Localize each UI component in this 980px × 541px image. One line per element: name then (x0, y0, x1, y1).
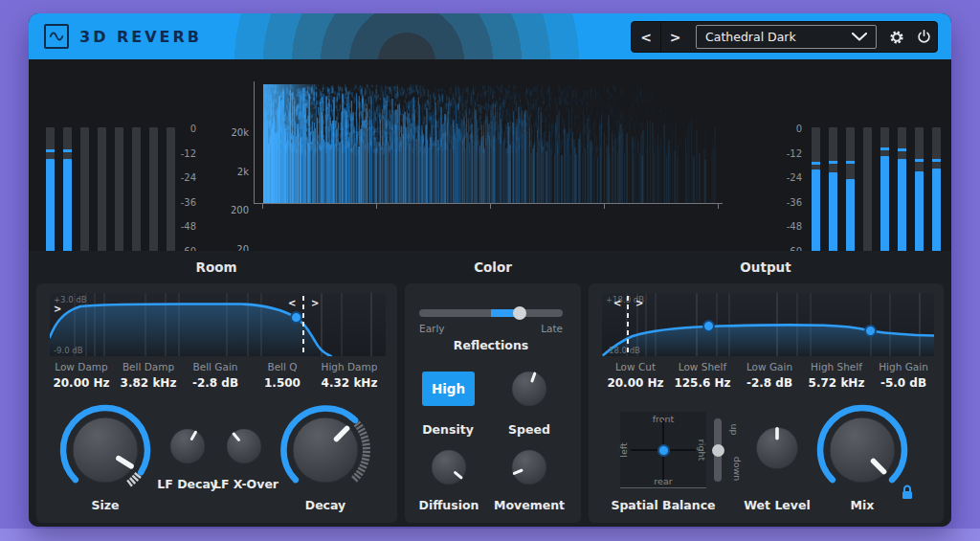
wet-level-label: Wet Level (744, 498, 811, 512)
x-axis-line (254, 203, 723, 204)
low-cut-cursor[interactable] (627, 296, 629, 356)
mix-label: Mix (851, 498, 875, 512)
cursor-right-arrow-icon[interactable]: > (311, 299, 319, 308)
freq-tick: 2k (172, 167, 249, 177)
param-name: High Gain (870, 361, 937, 372)
wet-level-knob[interactable] (754, 425, 800, 475)
reflections-slider-handle[interactable] (513, 306, 526, 320)
param-value[interactable]: -2.8 dB (736, 376, 803, 390)
param-value[interactable]: -5.0 dB (870, 376, 937, 390)
param-value[interactable]: 20.00 Hz (602, 376, 669, 390)
size-label: Size (91, 498, 119, 512)
param-value[interactable]: 3.82 kHz (115, 376, 182, 390)
param-value[interactable]: 125.6 Hz (669, 376, 736, 390)
output-meter-scale: 0-12-24-36-48-60 (778, 124, 802, 257)
preset-selector[interactable]: Cathedral Dark (696, 25, 877, 49)
room-eq-graph: +3.0 dB -9.0 dB > < > (50, 293, 386, 356)
density-high-button[interactable]: High (422, 372, 475, 406)
spatial-balance-handle[interactable] (657, 444, 670, 457)
size-knob[interactable] (57, 402, 153, 502)
mix-lock-icon[interactable] (901, 485, 914, 500)
low-shelf-node[interactable] (702, 320, 715, 332)
frequency-axis-labels: 20k 2k 200 20 (172, 127, 249, 255)
output-params: Low Cut20.00 Hz Low Shelf125.6 Hz Low Ga… (602, 361, 937, 390)
density-label: Density (422, 422, 474, 437)
param-name: High Damp (316, 361, 383, 372)
pad-left-label: left (618, 442, 629, 457)
reflections-min-label: Early (419, 323, 445, 334)
cursor-left-arrow-icon[interactable]: < (613, 299, 621, 308)
output-eq-curve (602, 293, 934, 356)
decay-knob[interactable] (278, 402, 373, 502)
param-value[interactable]: 20.00 Hz (48, 376, 115, 390)
x-tick (604, 204, 605, 209)
mix-knob[interactable] (814, 402, 910, 502)
meter-scale-tick: -48 (778, 221, 802, 232)
param-name: Bell Q (249, 361, 316, 372)
settings-button[interactable] (883, 22, 910, 52)
param-value[interactable]: 1.500 (249, 376, 316, 390)
preset-bar: < > Cathedral Dark (631, 21, 938, 53)
param-name: Low Cut (602, 361, 669, 372)
elevation-slider-handle[interactable] (712, 444, 724, 457)
header-bar: 3D REVERB < > Cathedral Dark (29, 13, 951, 59)
power-button[interactable] (910, 22, 937, 52)
chevron-down-icon (852, 33, 867, 41)
reflections-label: Reflections (454, 338, 528, 352)
spatial-balance-pad[interactable]: front rear left right (620, 412, 706, 488)
gear-icon (889, 30, 904, 45)
preset-name: Cathedral Dark (705, 30, 852, 44)
x-tick (718, 204, 719, 209)
reflections-slider[interactable] (419, 309, 563, 317)
spatial-balance-label: Spatial Balance (611, 498, 715, 512)
output-eq-graph: +18.0 dB -18.0 dB < > (602, 293, 934, 356)
speed-knob[interactable] (510, 370, 548, 412)
preset-prev-button[interactable]: < (632, 22, 660, 52)
lf-decay-label: LF Decay (157, 477, 217, 491)
preset-next-button[interactable]: > (660, 22, 689, 52)
lf-decay-knob[interactable] (168, 427, 207, 469)
room-params: Low Damp20.00 Hz Bell Damp3.82 kHz Bell … (48, 361, 383, 390)
diffusion-label: Diffusion (419, 498, 479, 512)
room-section-title: Room (195, 259, 236, 275)
graph-min-label: -9.0 dB (54, 346, 83, 355)
freq-tick: 20k (172, 127, 249, 138)
left-edge-handle-icon[interactable]: > (54, 304, 61, 314)
cursor-left-arrow-icon[interactable]: < (288, 299, 296, 308)
room-eq-curve (50, 293, 386, 356)
param-value[interactable]: 4.32 kHz (316, 376, 383, 390)
output-section-title: Output (740, 259, 791, 275)
param-name: Low Gain (736, 361, 803, 372)
pad-right-label: right (696, 439, 706, 460)
param-name: High Shelf (803, 361, 870, 372)
plugin-window: 3D REVERB < > Cathedral Dark (29, 13, 951, 527)
param-name: Bell Gain (182, 361, 249, 372)
elevation-up-label: up (729, 423, 740, 435)
room-eq-node[interactable] (290, 311, 302, 324)
visualizer-section: LRCLfeLssRssLrsRrs 0-12-24-36-48-60 20k … (29, 59, 951, 251)
lf-xover-label: LF X-Over (213, 477, 278, 491)
movement-knob[interactable] (510, 448, 548, 490)
meter-scale-tick: -24 (778, 172, 802, 183)
high-damp-cursor[interactable] (302, 296, 304, 356)
speed-label: Speed (508, 422, 550, 437)
color-section-title: Color (474, 259, 512, 275)
param-value[interactable]: -2.8 dB (182, 376, 249, 390)
x-tick (262, 204, 263, 209)
x-tick (376, 204, 377, 209)
param-name: Low Shelf (669, 361, 736, 372)
plugin-title: 3D REVERB (79, 13, 202, 59)
color-panel: Early Late Reflections High Density Spee… (405, 283, 581, 523)
meter-scale-tick: -12 (778, 148, 802, 159)
elevation-slider[interactable] (714, 418, 722, 482)
freq-tick: 200 (172, 205, 249, 215)
desktop-background: 3D REVERB < > Cathedral Dark (0, 0, 980, 541)
power-icon (917, 30, 931, 44)
high-shelf-node[interactable] (864, 325, 877, 337)
cursor-right-arrow-icon[interactable]: > (635, 299, 643, 308)
param-value[interactable]: 5.72 kHz (803, 376, 870, 390)
impulse-response-display (263, 84, 718, 203)
output-panel: +18.0 dB -18.0 dB < > Low Cut20.00 Hz Lo… (589, 283, 944, 523)
lf-xover-knob[interactable] (225, 427, 263, 469)
diffusion-knob[interactable] (430, 448, 468, 490)
